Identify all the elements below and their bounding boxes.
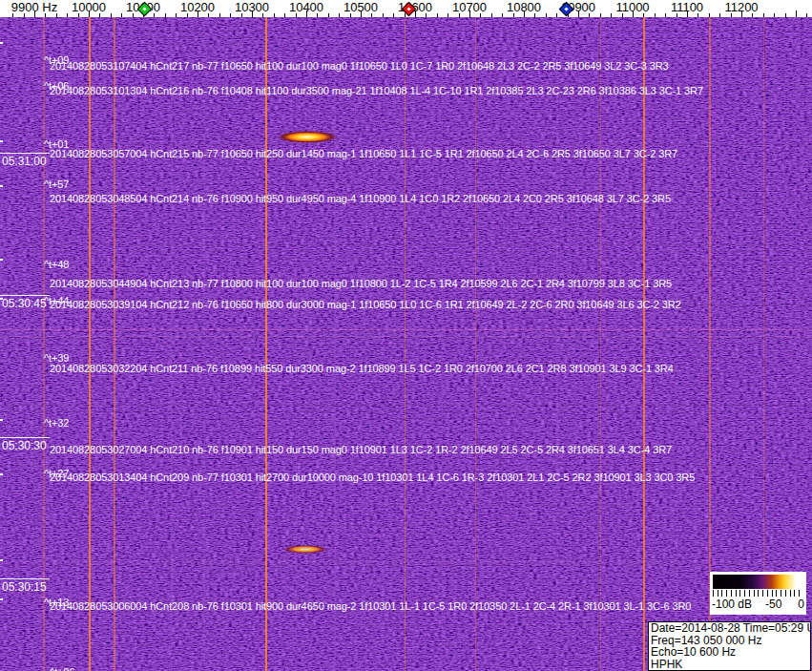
ruler-tick bbox=[763, 13, 764, 17]
ruler-tick bbox=[785, 13, 786, 17]
time-edge-tick bbox=[0, 42, 3, 44]
time-tick-label: ^t+48 bbox=[44, 259, 69, 270]
ruler-tick bbox=[719, 13, 720, 17]
ruler-tick bbox=[437, 13, 438, 17]
frequency-ruler: 9900 Hz100001010010200103001040010500106… bbox=[0, 0, 812, 17]
time-edge-tick bbox=[0, 473, 3, 475]
carrier-line bbox=[556, 17, 558, 671]
ruler-label: 11000 bbox=[615, 0, 649, 14]
ruler-tick bbox=[339, 13, 340, 17]
detection-log-line: 20140828053013404 hCnt209 nb-77 f10301 h… bbox=[50, 472, 695, 483]
carrier-line bbox=[643, 17, 645, 671]
partial-time-tick: ^t+06 bbox=[50, 666, 74, 671]
carrier-line bbox=[43, 17, 45, 671]
time-axis-label: 05:31:00 bbox=[0, 153, 50, 168]
carrier-line bbox=[442, 17, 443, 671]
carrier-line bbox=[89, 17, 91, 671]
ruler-tick bbox=[796, 10, 797, 17]
carrier-line bbox=[405, 17, 406, 671]
db-color-scale: -100 dB -50 0 bbox=[710, 572, 806, 615]
time-edge-tick bbox=[0, 259, 3, 261]
ruler-tick bbox=[328, 13, 329, 17]
time-edge-tick bbox=[0, 559, 3, 561]
time-axis-label: 05:30:45 bbox=[0, 295, 50, 310]
detection-log-line: 20140828053032204 hCnt211 nb-76 f10899 h… bbox=[50, 363, 674, 374]
ruler-label: 10700 bbox=[452, 0, 487, 14]
ruler-tick bbox=[448, 13, 448, 17]
ruler-tick bbox=[546, 13, 547, 17]
detection-log-line: 20140828053048504 hCnt214 nb-76 f10900 h… bbox=[50, 193, 671, 204]
ruler-tick bbox=[121, 13, 122, 17]
ruler-tick bbox=[230, 13, 231, 17]
interference-line bbox=[0, 336, 812, 337]
marker-center-dot bbox=[407, 7, 411, 10]
detection-log-line: 20140828053057004 hCnt215 nb-77 f10650 h… bbox=[50, 148, 677, 159]
ruler-tick bbox=[111, 13, 112, 17]
db-label-mid: -50 bbox=[765, 598, 781, 611]
ruler-tick bbox=[176, 13, 177, 17]
ruler-label: 10200 bbox=[180, 0, 215, 14]
detection-log-line: 20140828053044904 hCnt213 nb-77 f10800 h… bbox=[50, 278, 672, 289]
time-edge-tick bbox=[0, 185, 3, 187]
ruler-tick bbox=[774, 13, 775, 17]
db-label-min: -100 dB bbox=[712, 598, 752, 611]
time-edge-tick bbox=[0, 598, 3, 600]
detection-log-line: 20140828053101304 hCnt216 nb-76 f10408 h… bbox=[50, 85, 703, 96]
ruler-tick bbox=[284, 13, 285, 17]
ruler-label: 10800 bbox=[507, 0, 541, 14]
ruler-tick bbox=[655, 13, 656, 17]
ruler-tick bbox=[219, 13, 220, 17]
ruler-tick bbox=[611, 13, 612, 17]
ruler-label: 10500 bbox=[344, 0, 378, 14]
ruler-tick bbox=[274, 13, 275, 17]
time-edge-tick bbox=[0, 298, 3, 300]
carrier-line bbox=[677, 17, 677, 671]
db-scale-ticks bbox=[713, 590, 803, 597]
info-line-echo: Echo=10 600 Hz bbox=[651, 646, 808, 659]
meteor-echo-blob bbox=[283, 545, 327, 554]
interference-line bbox=[0, 561, 812, 562]
ruler-label: 10000 bbox=[72, 0, 106, 14]
ruler-tick bbox=[165, 13, 166, 17]
meteor-echo-blob bbox=[277, 131, 338, 143]
ruler-label: 10400 bbox=[289, 0, 323, 14]
detection-log-line: 20140828053107404 hCnt217 nb-77 f10650 h… bbox=[50, 60, 669, 72]
ruler-tick bbox=[556, 13, 557, 17]
time-tick-label: ^t+57 bbox=[44, 178, 69, 190]
detection-log-line: 20140828053027004 hCnt210 nb-76 f10901 h… bbox=[50, 444, 672, 455]
ruler-tick bbox=[383, 13, 384, 17]
marker-center-dot bbox=[142, 7, 146, 10]
carrier-line bbox=[296, 17, 297, 671]
time-axis-label: 05:30:15 bbox=[0, 578, 50, 594]
time-edge-tick bbox=[0, 419, 3, 421]
db-gradient-bar bbox=[713, 575, 803, 589]
carrier-line bbox=[203, 17, 205, 671]
carrier-line bbox=[366, 17, 367, 671]
carrier-line bbox=[171, 17, 173, 671]
ruler-label: 11200 bbox=[724, 0, 758, 14]
interference-line bbox=[0, 329, 812, 330]
ruler-tick bbox=[393, 13, 394, 17]
db-label-max: 0 bbox=[798, 598, 804, 611]
meteor-echo-spectrogram-window: ^t+0920140828053107404 hCnt217 nb-77 f10… bbox=[0, 0, 812, 671]
marker-center-dot bbox=[564, 7, 568, 10]
time-tick-label: ^t+32 bbox=[44, 417, 69, 429]
carrier-line bbox=[114, 17, 115, 671]
carrier-line bbox=[334, 17, 336, 671]
carrier-line bbox=[600, 17, 601, 671]
detection-log-line: 20140828053039104 hCnt212 nb-76 f10650 h… bbox=[50, 299, 681, 310]
ruler-tick bbox=[806, 13, 807, 17]
ruler-tick bbox=[491, 13, 492, 17]
carrier-line bbox=[265, 17, 267, 671]
info-line-station: HPHK bbox=[651, 659, 808, 671]
ruler-label: 9900 Hz bbox=[11, 0, 57, 14]
ruler-tick bbox=[600, 13, 601, 17]
ruler-label: 11100 bbox=[671, 0, 703, 14]
ruler-label: 10300 bbox=[235, 0, 269, 14]
spectrogram-overlay: ^t+0920140828053107404 hCnt217 nb-77 f10… bbox=[0, 0, 812, 671]
carrier-line bbox=[508, 17, 509, 671]
ruler-tick bbox=[502, 13, 503, 17]
ruler-tick bbox=[709, 13, 710, 17]
ruler-tick bbox=[665, 13, 666, 17]
info-line-date: Date=2014-08-28 Time=05:29 UTC bbox=[651, 622, 808, 635]
